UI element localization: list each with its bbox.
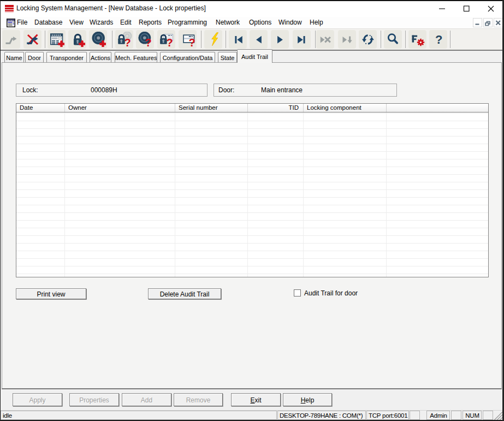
svg-text:?: ? bbox=[435, 33, 442, 46]
svg-text:?: ? bbox=[188, 37, 195, 48]
svg-text:?: ? bbox=[145, 37, 151, 48]
svg-text:?: ? bbox=[124, 37, 131, 48]
svg-text:?: ? bbox=[166, 37, 173, 48]
